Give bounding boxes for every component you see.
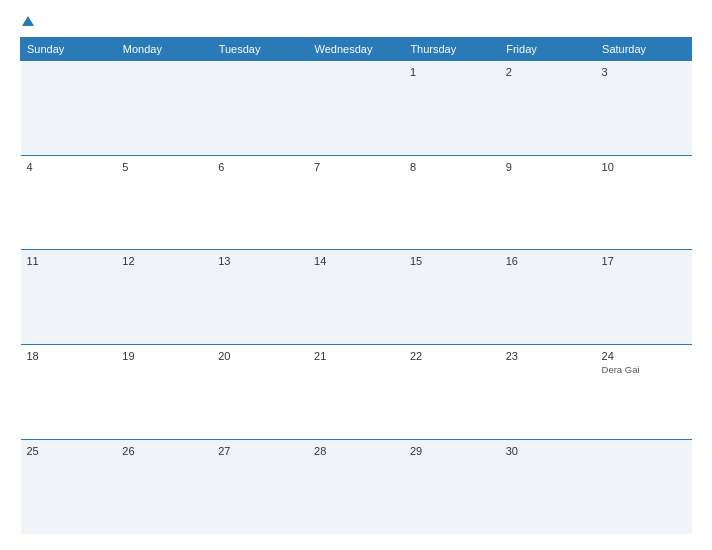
logo-triangle-icon	[22, 16, 34, 26]
day-number: 18	[27, 350, 111, 362]
day-number: 4	[27, 161, 111, 173]
day-number: 5	[122, 161, 206, 173]
day-number: 13	[218, 255, 302, 267]
calendar-day-cell: 8	[404, 155, 500, 250]
calendar-day-cell	[212, 61, 308, 156]
calendar-day-cell: 22	[404, 345, 500, 440]
day-number: 25	[27, 445, 111, 457]
col-saturday: Saturday	[596, 38, 692, 61]
calendar-day-cell: 1	[404, 61, 500, 156]
calendar-day-cell: 6	[212, 155, 308, 250]
calendar-page: Sunday Monday Tuesday Wednesday Thursday…	[0, 0, 712, 550]
calendar-day-cell	[116, 61, 212, 156]
calendar-table: Sunday Monday Tuesday Wednesday Thursday…	[20, 37, 692, 534]
col-tuesday: Tuesday	[212, 38, 308, 61]
calendar-day-cell: 2	[500, 61, 596, 156]
calendar-day-cell: 26	[116, 439, 212, 534]
calendar-day-cell: 7	[308, 155, 404, 250]
day-number: 19	[122, 350, 206, 362]
calendar-day-cell	[21, 61, 117, 156]
day-number: 28	[314, 445, 398, 457]
day-number: 20	[218, 350, 302, 362]
calendar-day-cell: 9	[500, 155, 596, 250]
day-number: 6	[218, 161, 302, 173]
calendar-day-cell: 12	[116, 250, 212, 345]
day-number: 29	[410, 445, 494, 457]
day-number: 27	[218, 445, 302, 457]
day-number: 3	[602, 66, 686, 78]
calendar-day-cell: 29	[404, 439, 500, 534]
calendar-day-cell: 4	[21, 155, 117, 250]
calendar-day-cell: 28	[308, 439, 404, 534]
calendar-day-cell: 16	[500, 250, 596, 345]
calendar-day-cell	[308, 61, 404, 156]
day-number: 9	[506, 161, 590, 173]
calendar-day-cell: 20	[212, 345, 308, 440]
calendar-week-row: 252627282930	[21, 439, 692, 534]
day-number: 14	[314, 255, 398, 267]
calendar-week-row: 45678910	[21, 155, 692, 250]
calendar-day-cell: 19	[116, 345, 212, 440]
logo	[20, 16, 34, 27]
day-number: 16	[506, 255, 590, 267]
col-monday: Monday	[116, 38, 212, 61]
day-number: 17	[602, 255, 686, 267]
calendar-day-cell: 27	[212, 439, 308, 534]
calendar-day-cell: 17	[596, 250, 692, 345]
calendar-day-cell: 14	[308, 250, 404, 345]
calendar-day-cell: 3	[596, 61, 692, 156]
calendar-day-cell: 21	[308, 345, 404, 440]
day-number: 12	[122, 255, 206, 267]
weekday-header-row: Sunday Monday Tuesday Wednesday Thursday…	[21, 38, 692, 61]
calendar-week-row: 123	[21, 61, 692, 156]
calendar-day-cell: 10	[596, 155, 692, 250]
day-event: Dera Gai	[602, 364, 686, 375]
calendar-week-row: 18192021222324Dera Gai	[21, 345, 692, 440]
col-thursday: Thursday	[404, 38, 500, 61]
day-number: 1	[410, 66, 494, 78]
calendar-week-row: 11121314151617	[21, 250, 692, 345]
calendar-day-cell: 30	[500, 439, 596, 534]
day-number: 11	[27, 255, 111, 267]
calendar-day-cell: 18	[21, 345, 117, 440]
col-friday: Friday	[500, 38, 596, 61]
calendar-day-cell: 13	[212, 250, 308, 345]
day-number: 2	[506, 66, 590, 78]
day-number: 8	[410, 161, 494, 173]
day-number: 10	[602, 161, 686, 173]
day-number: 24	[602, 350, 686, 362]
day-number: 15	[410, 255, 494, 267]
calendar-day-cell: 25	[21, 439, 117, 534]
day-number: 26	[122, 445, 206, 457]
calendar-day-cell: 23	[500, 345, 596, 440]
calendar-day-cell: 11	[21, 250, 117, 345]
col-sunday: Sunday	[21, 38, 117, 61]
day-number: 30	[506, 445, 590, 457]
logo-blue-text	[20, 16, 34, 27]
day-number: 21	[314, 350, 398, 362]
calendar-day-cell: 24Dera Gai	[596, 345, 692, 440]
day-number: 23	[506, 350, 590, 362]
calendar-day-cell: 15	[404, 250, 500, 345]
day-number: 7	[314, 161, 398, 173]
calendar-day-cell	[596, 439, 692, 534]
col-wednesday: Wednesday	[308, 38, 404, 61]
calendar-day-cell: 5	[116, 155, 212, 250]
calendar-header	[20, 16, 692, 27]
day-number: 22	[410, 350, 494, 362]
